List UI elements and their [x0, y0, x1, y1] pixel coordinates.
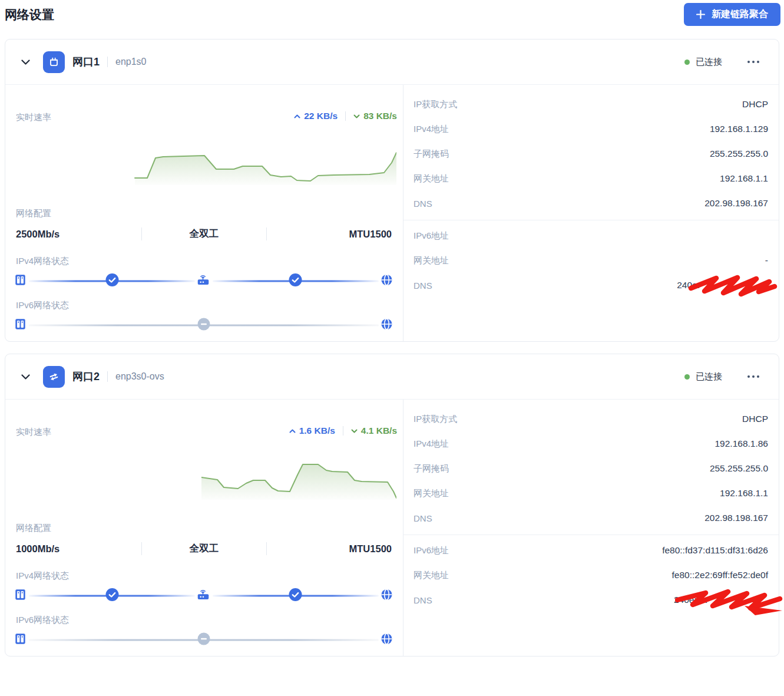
detail-label: IPv4地址	[413, 438, 449, 450]
more-ellipsis-icon	[747, 375, 760, 378]
detail-value: fe80::2e2:69ff:fe52:de0f	[672, 570, 768, 580]
chevron-down-icon[interactable]	[18, 374, 32, 380]
more-ellipsis-icon	[747, 60, 760, 64]
upload-rate: 22 KB/s	[294, 111, 338, 121]
router-icon	[196, 273, 210, 289]
detail-value: DHCP	[742, 99, 768, 110]
create-link-aggregation-button[interactable]: 新建链路聚合	[684, 3, 780, 26]
section-divider	[403, 220, 779, 220]
realtime-rate-label: 实时速率	[16, 112, 51, 123]
detail-label: IPv4地址	[413, 124, 449, 135]
detail-row: IPv6地址fe80::fd37:d115:df31:6d26	[403, 538, 779, 563]
ipv4-connection-diagram	[5, 271, 403, 291]
rate-divider	[345, 111, 346, 121]
detail-value: DHCP	[742, 414, 768, 424]
nas-device-icon	[15, 318, 26, 333]
mtu-value: MTU1500	[267, 229, 403, 240]
download-rate: 83 KB/s	[353, 111, 397, 121]
network-settings-page: 网络设置 新建链路聚合 网口1 enp1s0 已连接	[0, 0, 784, 696]
detail-label: 网关地址	[413, 173, 449, 184]
duplex-mode: 全双工	[142, 542, 266, 555]
ip-details-panel: IP获取方式DHCP IPv4地址192.168.1.129 子网掩码255.2…	[403, 85, 779, 341]
globe-icon	[381, 633, 393, 648]
detail-row: IPv4地址192.168.1.86	[403, 431, 779, 456]
network-port-card-2: 网口2 enp3s0-ovs 已连接 实时速率 1.6 KB/s	[5, 354, 779, 657]
status-badge: 已连接	[684, 371, 722, 382]
minus-circle-icon	[197, 318, 210, 333]
link-speed: 1000Mb/s	[5, 543, 141, 555]
ipv4-status-label: IPv4网络状态	[16, 570, 69, 582]
arrow-up-icon	[289, 429, 296, 433]
nas-device-icon	[15, 633, 26, 648]
rate-values: 22 KB/s 83 KB/s	[294, 111, 397, 121]
ipv6-status-label: IPv6网络状态	[16, 615, 69, 626]
network-config-values: 2500Mb/s 全双工 MTU1500	[5, 225, 403, 243]
traffic-and-status-panel: 实时速率 22 KB/s 83 KB/s	[5, 85, 403, 341]
detail-row: 网关地址fe80::2e2:69ff:fe52:de0f	[403, 563, 779, 588]
detail-label: DNS	[413, 199, 432, 209]
realtime-rate-label: 实时速率	[16, 427, 51, 438]
network-config-label: 网络配置	[16, 523, 51, 534]
more-menu-button[interactable]	[746, 58, 761, 66]
detail-row: IPv6地址	[403, 223, 779, 248]
detail-row: 网关地址-	[403, 248, 779, 273]
ip-details-panel: IP获取方式DHCP IPv4地址192.168.1.86 子网掩码255.25…	[403, 400, 779, 656]
detail-value: -	[765, 255, 768, 266]
status-label: 已连接	[696, 371, 722, 382]
detail-value-redacted: 240e:	[677, 280, 768, 291]
detail-value: 192.168.1.1	[720, 173, 768, 184]
detail-label: IPv6地址	[413, 230, 449, 242]
check-circle-icon	[105, 273, 119, 289]
ipv4-connection-diagram	[5, 586, 403, 606]
detail-row: 子网掩码255.255.255.0	[403, 456, 779, 481]
ethernet-port-icon	[43, 51, 65, 73]
red-scribble	[688, 272, 778, 299]
rate-values: 1.6 KB/s 4.1 KB/s	[289, 425, 397, 436]
globe-icon	[381, 318, 393, 333]
detail-label: 子网掩码	[413, 149, 449, 160]
bridge-swap-icon	[43, 366, 65, 388]
detail-row: 网关地址192.168.1.1	[403, 481, 779, 506]
detail-value: 192.168.1.129	[710, 124, 768, 134]
detail-row: 网关地址192.168.1.1	[403, 166, 779, 191]
arrow-up-icon	[294, 114, 300, 118]
detail-value: 255.255.255.0	[710, 149, 768, 159]
network-config-label: 网络配置	[16, 208, 51, 219]
arrow-down-icon	[351, 429, 358, 433]
detail-value: fe80::fd37:d115:df31:6d26	[662, 545, 768, 556]
detail-label: DNS	[413, 513, 432, 523]
detail-row: DNS202.98.198.167	[403, 506, 779, 530]
detail-row: DNS 240e:	[403, 273, 779, 298]
link-speed: 2500Mb/s	[5, 229, 141, 240]
chevron-down-icon[interactable]	[18, 60, 32, 65]
detail-label: DNS	[413, 281, 432, 291]
ipv6-connection-diagram	[5, 315, 403, 335]
download-rate: 4.1 KB/s	[351, 425, 397, 436]
detail-label: 网关地址	[413, 255, 449, 266]
nas-device-icon	[15, 274, 26, 289]
detail-label: 子网掩码	[413, 463, 449, 474]
detail-value: 192.168.1.86	[714, 438, 768, 449]
ipv6-status-label: IPv6网络状态	[16, 300, 69, 311]
globe-icon	[381, 274, 393, 289]
detail-label: IPv6地址	[413, 545, 449, 556]
minus-circle-icon	[197, 632, 210, 648]
card-header: 网口1 enp1s0 已连接	[5, 39, 779, 85]
status-dot	[684, 374, 690, 380]
detail-value: 192.168.1.1	[720, 488, 768, 499]
status-badge: 已连接	[684, 57, 722, 68]
check-circle-icon	[289, 273, 302, 289]
traffic-and-status-panel: 实时速率 1.6 KB/s 4.1 KB/s	[5, 400, 403, 656]
detail-row: IP获取方式DHCP	[403, 92, 779, 117]
network-port-card-1: 网口1 enp1s0 已连接 实时速率 22 KB/s	[5, 39, 779, 342]
more-menu-button[interactable]	[746, 372, 761, 381]
globe-icon	[381, 589, 393, 603]
detail-row: DNS202.98.198.167	[403, 191, 779, 216]
network-config-values: 1000Mb/s 全双工 MTU1500	[5, 539, 403, 558]
status-label: 已连接	[696, 57, 722, 68]
check-circle-icon	[289, 588, 302, 604]
plus-icon	[696, 10, 705, 19]
arrow-down-icon	[353, 114, 360, 118]
duplex-mode: 全双工	[142, 227, 266, 240]
detail-row: IP获取方式DHCP	[403, 407, 779, 431]
